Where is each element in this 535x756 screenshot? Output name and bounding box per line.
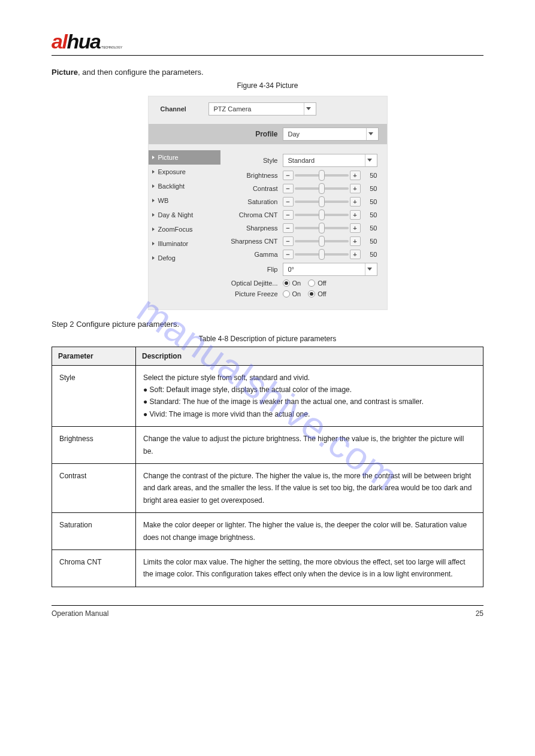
header-divider xyxy=(52,55,483,56)
settings-content: Style Standard Brightness−+50Contrast−+5… xyxy=(220,144,387,309)
chevron-down-icon xyxy=(365,263,374,275)
radio-off-label: Off xyxy=(318,280,326,287)
minus-button[interactable]: − xyxy=(283,197,294,207)
slider-control[interactable]: −+ xyxy=(283,223,361,233)
plus-button[interactable]: + xyxy=(350,236,361,246)
params-table: Parameter Description StyleSelect the pi… xyxy=(52,347,483,587)
radio-label: Optical Dejitte... xyxy=(220,280,283,287)
profile-select-value: Day xyxy=(288,130,300,138)
table-row: ContrastChange the contrast of the pictu… xyxy=(52,463,483,512)
slider-track[interactable] xyxy=(295,214,349,216)
minus-button[interactable]: − xyxy=(283,223,294,233)
slider-control[interactable]: −+ xyxy=(283,197,361,207)
nav-item-exposure[interactable]: Exposure xyxy=(149,165,220,179)
step2-text: Step 2 Configure picture parameters. xyxy=(52,320,179,329)
plus-button[interactable]: + xyxy=(350,250,361,259)
nav-item-day-night[interactable]: Day & Night xyxy=(149,208,220,222)
plus-button[interactable]: + xyxy=(350,184,361,193)
minus-button[interactable]: − xyxy=(283,250,294,259)
slider-track[interactable] xyxy=(295,174,349,177)
slider-control[interactable]: −+ xyxy=(283,184,361,193)
plus-button[interactable]: + xyxy=(350,171,361,180)
nav-item-illuminator[interactable]: Illuminator xyxy=(149,236,220,251)
radio-row-optical-dejitte-: Optical Dejitte...OnOff xyxy=(220,280,377,287)
slider-thumb[interactable] xyxy=(319,249,325,260)
nav-item-picture[interactable]: Picture xyxy=(149,150,220,165)
slider-track[interactable] xyxy=(295,240,349,242)
slider-thumb[interactable] xyxy=(319,210,325,220)
chevron-down-icon xyxy=(304,103,313,115)
style-select-value: Standard xyxy=(288,157,315,164)
footer-page: 25 xyxy=(476,609,483,618)
slider-row-gamma: Gamma−+50 xyxy=(220,250,377,259)
intro-bold: Picture xyxy=(52,68,78,77)
logo-glyph-hua: hua xyxy=(67,30,100,53)
slider-thumb[interactable] xyxy=(319,236,325,247)
slider-label: Brightness xyxy=(220,172,283,179)
slider-thumb[interactable] xyxy=(319,170,325,181)
slider-track[interactable] xyxy=(295,253,349,256)
nav-item-zoomfocus[interactable]: ZoomFocus xyxy=(149,222,220,236)
desc-cell: Select the picture style from soft, stan… xyxy=(136,365,483,427)
slider-label: Sharpness xyxy=(220,224,283,232)
plus-button[interactable]: + xyxy=(350,197,361,207)
flip-select[interactable]: 0° xyxy=(283,263,377,276)
logo-glyph-a: a xyxy=(52,30,62,53)
slider-row-chroma-cnt: Chroma CNT−+50 xyxy=(220,210,377,220)
minus-button[interactable]: − xyxy=(283,171,294,180)
footer: Operation Manual 25 xyxy=(52,609,483,618)
brand-logo: alhua TECHNOLOGY xyxy=(52,30,117,51)
slider-thumb[interactable] xyxy=(319,196,325,207)
style-label: Style xyxy=(220,157,283,164)
slider-value: 50 xyxy=(363,251,377,258)
table-caption: Table 4-8 Description of picture paramet… xyxy=(52,335,483,343)
table-row: SaturationMake the color deeper or light… xyxy=(52,513,483,550)
slider-thumb[interactable] xyxy=(319,223,325,233)
th-parameter: Parameter xyxy=(52,347,136,365)
desc-cell: Make the color deeper or lighter. The hi… xyxy=(136,513,483,550)
table-row: Chroma CNTLimits the color max value. Th… xyxy=(52,549,483,587)
radio-on[interactable] xyxy=(283,280,290,287)
th-description: Description xyxy=(136,347,483,365)
footer-divider xyxy=(52,605,483,606)
channel-row: Channel PTZ Camera xyxy=(149,96,387,122)
slider-value: 50 xyxy=(363,224,377,232)
flip-label: Flip xyxy=(220,266,283,273)
slider-label: Sharpness CNT xyxy=(220,238,283,245)
logo-tagline: TECHNOLOGY xyxy=(101,45,122,49)
logo-glyph-slash: l xyxy=(62,30,67,53)
slider-label: Saturation xyxy=(220,198,283,205)
profile-select[interactable]: Day xyxy=(283,127,379,141)
nav-item-defog[interactable]: Defog xyxy=(149,251,220,265)
slider-track[interactable] xyxy=(295,201,349,203)
param-cell: Brightness xyxy=(52,427,136,464)
nav-item-backlight[interactable]: Backlight xyxy=(149,179,220,193)
slider-control[interactable]: −+ xyxy=(283,171,361,180)
channel-select[interactable]: PTZ Camera xyxy=(208,102,316,116)
radio-on[interactable] xyxy=(283,290,290,297)
radio-off[interactable] xyxy=(308,290,315,297)
minus-button[interactable]: − xyxy=(283,236,294,246)
slider-thumb[interactable] xyxy=(319,183,325,194)
channel-label: Channel xyxy=(161,105,208,113)
slider-control[interactable]: −+ xyxy=(283,236,361,246)
slider-value: 50 xyxy=(363,198,377,205)
style-row: Style Standard xyxy=(220,154,377,167)
nav-item-wb[interactable]: WB xyxy=(149,193,220,208)
param-cell: Contrast xyxy=(52,463,136,512)
logo-row: alhua TECHNOLOGY xyxy=(52,30,483,51)
slider-control[interactable]: −+ xyxy=(283,210,361,220)
plus-button[interactable]: + xyxy=(350,210,361,220)
minus-button[interactable]: − xyxy=(283,184,294,193)
slider-track[interactable] xyxy=(295,187,349,190)
slider-value: 50 xyxy=(363,211,377,218)
plus-button[interactable]: + xyxy=(350,223,361,233)
style-select[interactable]: Standard xyxy=(283,154,377,167)
slider-track[interactable] xyxy=(295,227,349,229)
radio-on-label: On xyxy=(292,290,301,297)
radio-off[interactable] xyxy=(308,280,315,287)
intro-line: Picture, and then configure the paramete… xyxy=(52,66,483,79)
radio-row-picture-freeze: Picture FreezeOnOff xyxy=(220,290,377,297)
slider-control[interactable]: −+ xyxy=(283,250,361,259)
minus-button[interactable]: − xyxy=(283,210,294,220)
